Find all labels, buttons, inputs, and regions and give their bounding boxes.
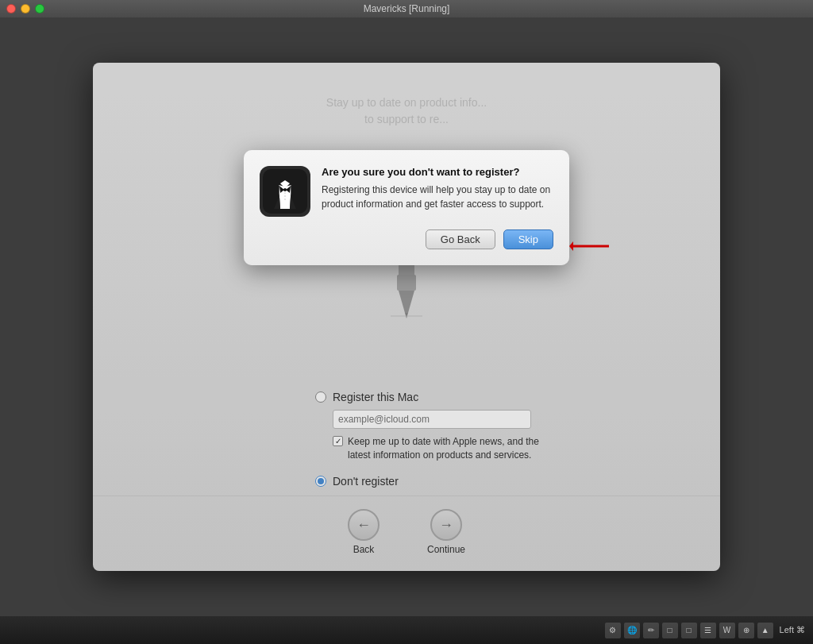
taskbar-icon-7[interactable]: W [719,623,735,638]
setup-panel: Stay up to date on product info...to sup… [93,63,720,571]
svg-point-16 [284,199,286,200]
taskbar-icon-3[interactable]: ✏ [643,623,659,638]
svg-marker-19 [569,241,573,251]
maximize-button[interactable] [35,4,44,13]
close-button[interactable] [6,4,16,13]
minimize-button[interactable] [21,4,30,13]
dialog-text: Are you sure you don't want to register?… [322,166,553,217]
window-controls[interactable] [6,4,44,13]
taskbar-icon-8[interactable]: ⊕ [738,623,754,638]
dialog-body: Registering this device will help you st… [322,183,553,211]
dialog-overlay: Are you sure you don't want to register?… [93,63,720,571]
title-bar: Mavericks [Running] [0,0,813,17]
tuxedo-icon [263,169,307,214]
taskbar-icon-1[interactable]: ⚙ [605,623,621,638]
taskbar: ⚙ 🌐 ✏ □ □ ☰ W ⊕ ▲ Left ⌘ [0,616,813,644]
taskbar-icon-9[interactable]: ▲ [757,623,773,638]
window-title: Mavericks [Running] [364,3,450,14]
svg-point-11 [283,188,287,191]
red-arrow [569,237,613,259]
taskbar-icon-5[interactable]: □ [681,623,697,638]
skip-button[interactable]: Skip [503,229,553,249]
dialog-icon [260,166,310,217]
taskbar-icon-2[interactable]: 🌐 [624,623,640,638]
taskbar-icon-6[interactable]: ☰ [700,623,716,638]
taskbar-text: Left ⌘ [780,625,805,635]
dialog-content: Are you sure you don't want to register?… [260,166,553,217]
dialog: Are you sure you don't want to register?… [244,150,569,265]
main-window: Stay up to date on product info...to sup… [0,17,813,616]
taskbar-icon-4[interactable]: □ [662,623,678,638]
dialog-title: Are you sure you don't want to register? [322,166,553,178]
svg-point-14 [284,192,286,194]
dialog-buttons: Go Back Skip [260,229,553,249]
go-back-button[interactable]: Go Back [426,229,495,249]
svg-point-15 [284,195,286,197]
